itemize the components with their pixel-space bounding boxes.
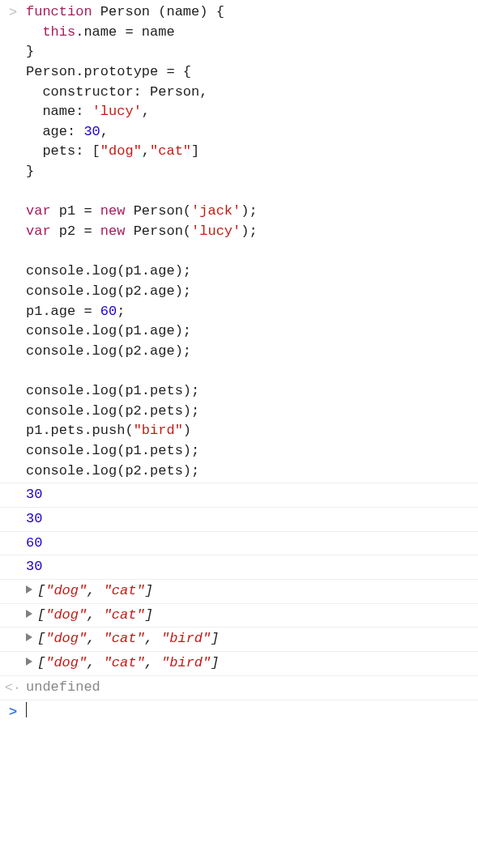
console-output-array[interactable]: ["dog", "cat"] bbox=[26, 581, 478, 602]
console-output-number: 30 bbox=[26, 485, 478, 505]
console-prompt-input[interactable] bbox=[26, 702, 478, 723]
output-gutter bbox=[0, 629, 26, 649]
expand-triangle-icon[interactable] bbox=[26, 585, 32, 594]
console-output-row: 30 bbox=[0, 507, 478, 531]
output-gutter bbox=[0, 653, 26, 674]
output-gutter bbox=[0, 581, 26, 602]
console-output-row: ["dog", "cat", "bird"] bbox=[0, 651, 478, 675]
caret-icon bbox=[26, 702, 27, 717]
console-output-row: 30 bbox=[0, 483, 478, 507]
expand-triangle-icon[interactable] bbox=[26, 657, 32, 666]
console-return-row: <· undefined bbox=[0, 675, 478, 700]
console-output-array[interactable]: ["dog", "cat"] bbox=[26, 606, 478, 626]
console-output-number: 60 bbox=[26, 534, 478, 554]
console-output-number: 30 bbox=[26, 509, 478, 530]
console-output-row: 60 bbox=[0, 531, 478, 555]
prompt-marker-icon: > bbox=[0, 702, 26, 723]
console-output-array[interactable]: ["dog", "cat", "bird"] bbox=[26, 653, 478, 674]
expand-triangle-icon[interactable] bbox=[26, 633, 32, 641]
console-output-row: ["dog", "cat"] bbox=[0, 603, 478, 628]
console-output-row: 30 bbox=[0, 555, 478, 579]
console-prompt-row[interactable]: > bbox=[0, 700, 478, 725]
output-gutter bbox=[0, 606, 26, 626]
console-output-array[interactable]: ["dog", "cat", "bird"] bbox=[26, 629, 478, 649]
console-input-row: > function Person (name) { this.name = n… bbox=[0, 0, 478, 483]
output-gutter bbox=[0, 557, 26, 577]
output-gutter bbox=[0, 509, 26, 530]
console-return-value: undefined bbox=[26, 678, 478, 699]
console-input-code[interactable]: function Person (name) { this.name = nam… bbox=[26, 2, 478, 481]
devtools-console: > function Person (name) { this.name = n… bbox=[0, 0, 478, 725]
output-gutter bbox=[0, 485, 26, 505]
input-marker-icon: > bbox=[0, 2, 26, 481]
output-gutter bbox=[0, 534, 26, 554]
console-output-row: ["dog", "cat"] bbox=[0, 579, 478, 603]
console-output-row: ["dog", "cat", "bird"] bbox=[0, 627, 478, 651]
expand-triangle-icon[interactable] bbox=[26, 610, 32, 618]
console-output-number: 30 bbox=[26, 557, 478, 577]
return-marker-icon: <· bbox=[0, 678, 26, 699]
